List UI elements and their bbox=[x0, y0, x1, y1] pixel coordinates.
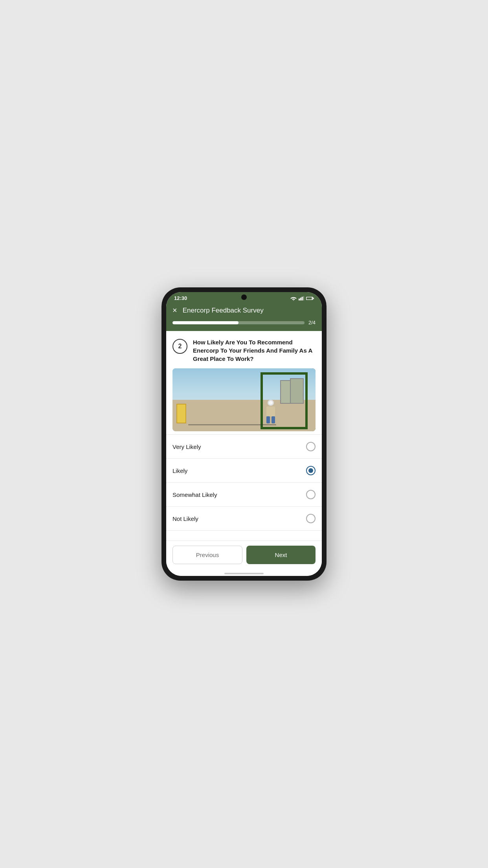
option-very-likely-label: Very Likely bbox=[172, 443, 201, 450]
next-button[interactable]: Next bbox=[246, 546, 316, 564]
signal-icon bbox=[299, 296, 304, 301]
home-indicator bbox=[166, 570, 322, 576]
progress-bar-track bbox=[172, 321, 305, 324]
option-not-likely[interactable]: Not Likely bbox=[166, 507, 322, 531]
worker-head bbox=[268, 400, 274, 406]
progress-section: 2/4 bbox=[166, 320, 322, 331]
option-very-likely[interactable]: Very Likely bbox=[166, 434, 322, 459]
option-likely[interactable]: Likely bbox=[166, 459, 322, 483]
home-bar bbox=[224, 573, 264, 574]
main-content: 2 How Likely Are You To Recommend Enerco… bbox=[166, 331, 322, 541]
phone-shell: 12:30 bbox=[161, 287, 327, 581]
survey-image bbox=[172, 368, 316, 431]
img-cable bbox=[188, 424, 276, 425]
question-section: 2 How Likely Are You To Recommend Enerco… bbox=[166, 331, 322, 368]
previous-button[interactable]: Previous bbox=[172, 546, 242, 564]
header-title: Enercorp Feedback Survey bbox=[183, 307, 264, 314]
option-very-likely-radio[interactable] bbox=[306, 442, 316, 451]
option-not-likely-radio[interactable] bbox=[306, 514, 316, 523]
question-number: 2 bbox=[172, 339, 187, 354]
question-text: How Likely Are You To Recommend Enercorp… bbox=[193, 338, 316, 363]
img-equipment-left bbox=[176, 404, 186, 423]
wifi-icon bbox=[290, 296, 297, 301]
img-worker bbox=[265, 400, 276, 423]
svg-rect-2 bbox=[302, 296, 303, 300]
option-somewhat-likely-label: Somewhat Likely bbox=[172, 491, 217, 498]
survey-image-inner bbox=[172, 368, 316, 431]
svg-rect-1 bbox=[300, 298, 301, 300]
close-icon[interactable]: × bbox=[172, 306, 177, 315]
img-panel2 bbox=[290, 378, 304, 404]
progress-bar-fill bbox=[172, 321, 238, 324]
status-icons bbox=[290, 296, 314, 301]
worker-body bbox=[266, 406, 275, 417]
option-not-likely-label: Not Likely bbox=[172, 515, 198, 522]
svg-rect-6 bbox=[313, 298, 314, 299]
bottom-nav: Previous Next bbox=[166, 541, 322, 570]
phone-inner: 12:30 bbox=[166, 292, 322, 576]
worker-leg-left bbox=[266, 416, 270, 423]
option-somewhat-likely[interactable]: Somewhat Likely bbox=[166, 483, 322, 507]
option-somewhat-likely-radio[interactable] bbox=[306, 490, 316, 499]
svg-rect-3 bbox=[303, 296, 304, 300]
progress-label: 2/4 bbox=[308, 320, 316, 326]
camera-notch bbox=[241, 294, 247, 300]
options-list: Very Likely Likely Somewhat Likely Not L… bbox=[166, 434, 322, 531]
option-likely-radio[interactable] bbox=[306, 466, 316, 475]
status-time: 12:30 bbox=[174, 295, 187, 301]
option-likely-label: Likely bbox=[172, 467, 187, 474]
svg-rect-0 bbox=[299, 298, 300, 300]
app-header: × Enercorp Feedback Survey bbox=[166, 303, 322, 320]
svg-rect-5 bbox=[306, 297, 312, 299]
battery-icon bbox=[306, 296, 314, 301]
worker-leg-right bbox=[272, 416, 275, 423]
worker-legs bbox=[266, 416, 275, 423]
